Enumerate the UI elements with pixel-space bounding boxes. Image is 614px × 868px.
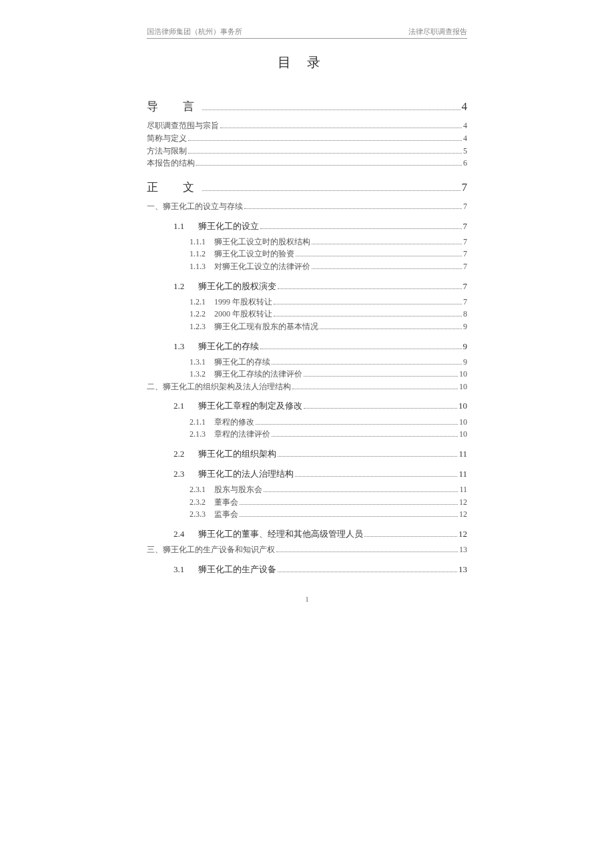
toc-entry: 2.3.1 股东与股东会11 [147, 483, 467, 496]
toc-page: 4 [463, 120, 467, 132]
toc-page: 10 [459, 381, 467, 393]
toc-label: 2.1.1 章程的修改 [190, 416, 254, 429]
toc-number: 1.3.2 [190, 368, 212, 381]
toc-page: 12 [459, 508, 467, 521]
toc-number: 1.2.2 [190, 308, 212, 320]
toc-text: 股东与股东会 [212, 485, 262, 494]
toc-page: 8 [463, 308, 467, 320]
toc-entry: 1.2.3 狮王化工现有股东的基本情况9 [147, 320, 467, 333]
toc-text: 狮王化工设立时的验资 [212, 249, 294, 258]
toc-label: 1.3 狮王化工的存续 [174, 340, 259, 353]
toc-label: 1.1.1 狮王化工设立时的股权结构 [190, 236, 310, 248]
toc-label: 1.1.2 狮王化工设立时的验资 [190, 248, 294, 260]
toc-text: 狮王化工的组织架构 [196, 449, 276, 459]
toc-label: 1.2.2 2000 年股权转让 [190, 308, 272, 320]
toc-leader-dots [244, 208, 462, 209]
toc-entry: 1.1.3 对狮王化工设立的法律评价7 [147, 260, 467, 273]
toc-entry: 一、狮王化工的设立与存续7 [147, 200, 467, 213]
toc-entry: 1.3.2 狮王化工存续的法律评价10 [147, 368, 467, 381]
toc-page: 10 [458, 399, 467, 413]
toc-page: 10 [459, 368, 467, 381]
toc-page: 7 [463, 220, 468, 233]
toc-page: 5 [463, 145, 467, 158]
toc-label: 2.3.3 监事会 [190, 508, 238, 521]
toc-text: 狮王化工存续的法律评价 [212, 369, 302, 379]
toc-number: 1.3.1 [190, 356, 212, 369]
toc-page: 12 [459, 496, 467, 509]
toc-entry: 1.3.1 狮王化工的存续9 [147, 356, 467, 369]
toc-page: 10 [459, 428, 467, 441]
toc-leader-dots [312, 268, 462, 269]
toc-leader-dots [320, 329, 462, 329]
toc-label: 2.1.3 章程的法律评价 [190, 428, 270, 441]
toc-leader-dots [278, 288, 461, 289]
toc-number: 1.1.1 [190, 236, 212, 248]
toc-label: 方法与限制 [147, 145, 187, 158]
toc-page: 7 [463, 236, 467, 248]
toc-text: 1999 年股权转让 [212, 297, 272, 306]
toc-entry: 简称与定义4 [147, 132, 467, 145]
page-title: 目录 [147, 53, 467, 71]
toc-number: 1.2.1 [190, 296, 212, 308]
toc-entry: 2.3.2 董事会12 [147, 496, 467, 509]
toc-label: 2.3.1 股东与股东会 [190, 483, 262, 496]
toc-entry: 3.1 狮王化工的生产设备13 [147, 563, 467, 576]
running-header: 国浩律师集团（杭州）事务所 法律尽职调查报告 [147, 27, 467, 39]
toc-label: 本报告的结构 [147, 157, 195, 170]
toc-entry: 1.1.2 狮王化工设立时的验资7 [147, 248, 467, 260]
toc-entry: 二、狮王化工的组织架构及法人治理结构10 [147, 381, 467, 393]
toc-text: 狮王化工的存续 [196, 341, 259, 351]
toc-text: 狮王化工的设立 [196, 221, 259, 231]
toc-leader-dots [364, 536, 457, 537]
toc-leader-dots [304, 408, 457, 409]
toc-number: 3.1 [174, 563, 196, 576]
toc-label: 1.1 狮王化工的设立 [174, 220, 259, 233]
toc-number: 2.1.1 [190, 416, 212, 429]
toc-page: 9 [463, 320, 467, 333]
toc-label: 1.1.3 对狮王化工设立的法律评价 [190, 260, 310, 273]
toc-number: 1.2 [174, 280, 196, 293]
toc-leader-dots [278, 572, 457, 572]
toc-leader-dots [202, 190, 460, 191]
toc-label: 1.3.1 狮王化工的存续 [190, 356, 270, 369]
toc-page: 13 [459, 544, 467, 556]
toc-page: 4 [463, 132, 467, 145]
toc-entry: 导 言4 [147, 98, 467, 116]
toc-page: 11 [458, 467, 467, 481]
toc-leader-dots [278, 456, 457, 457]
toc-leader-dots [188, 140, 462, 141]
toc-number: 2.4 [174, 527, 196, 541]
toc-leader-dots [274, 316, 462, 316]
toc-label: 2.3 狮王化工的法人治理结构 [174, 467, 294, 481]
toc-page: 11 [458, 447, 467, 461]
toc-label: 1.2.3 狮王化工现有股东的基本情况 [190, 320, 318, 333]
toc-label: 二、狮王化工的组织架构及法人治理结构 [147, 381, 291, 393]
toc-number: 2.1 [174, 399, 196, 413]
toc-entry: 1.3 狮王化工的存续9 [147, 340, 467, 353]
toc-entry: 1.1.1 狮王化工设立时的股权结构7 [147, 236, 467, 248]
toc-leader-dots [260, 349, 461, 349]
toc-page: 11 [459, 483, 467, 496]
toc-text: 狮王化工章程的制定及修改 [196, 401, 302, 411]
header-left: 国浩律师集团（杭州）事务所 [147, 27, 242, 37]
toc-leader-dots [296, 256, 462, 256]
toc-label: 一、狮王化工的设立与存续 [147, 200, 243, 213]
toc-label: 1.2.1 1999 年股权转让 [190, 296, 272, 308]
toc-page: 13 [458, 563, 467, 576]
toc-leader-dots [312, 244, 462, 244]
toc-label: 2.1 狮王化工章程的制定及修改 [174, 399, 302, 413]
toc-page: 7 [463, 280, 468, 293]
toc-text: 狮王化工的董事、经理和其他高级管理人员 [196, 529, 363, 539]
toc-page: 7 [462, 179, 468, 196]
toc-label: 三、狮王化工的生产设备和知识产权 [147, 544, 275, 556]
toc-entry: 2.3.3 监事会12 [147, 508, 467, 521]
toc-text: 章程的修改 [212, 417, 254, 427]
toc-text: 董事会 [212, 497, 238, 507]
toc-leader-dots [240, 516, 458, 517]
toc-number: 1.3 [174, 340, 196, 353]
toc-entry: 2.1 狮王化工章程的制定及修改10 [147, 399, 467, 413]
toc-entry: 1.2 狮王化工的股权演变7 [147, 280, 467, 293]
toc-entry: 三、狮王化工的生产设备和知识产权13 [147, 544, 467, 556]
toc-entry: 2.2 狮王化工的组织架构11 [147, 447, 467, 461]
toc-label: 3.1 狮王化工的生产设备 [174, 563, 276, 576]
